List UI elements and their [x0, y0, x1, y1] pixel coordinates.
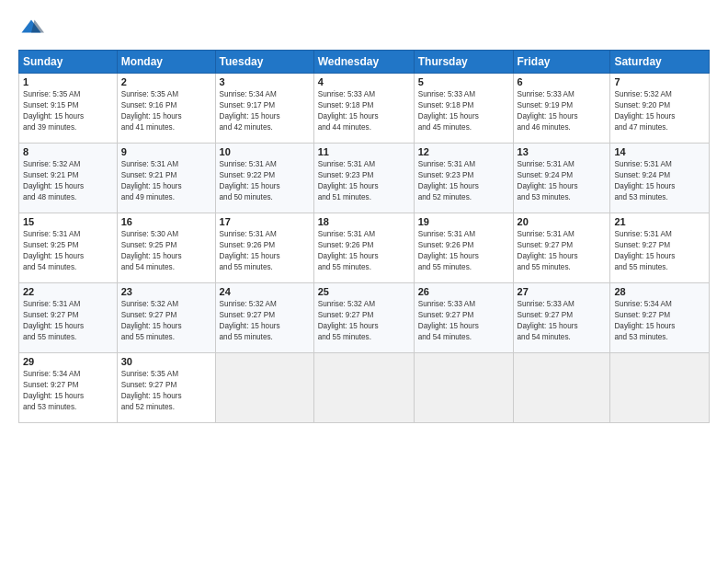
day-number: 8: [23, 146, 113, 157]
day-number: 20: [518, 216, 607, 227]
day-detail: Sunrise: 5:33 AMSunset: 9:27 PMDaylight:…: [518, 299, 607, 343]
header: [18, 17, 710, 42]
day-cell: 17Sunrise: 5:31 AMSunset: 9:26 PMDayligh…: [215, 213, 313, 283]
day-detail: Sunrise: 5:32 AMSunset: 9:20 PMDaylight:…: [614, 89, 705, 133]
week-row-4: 22Sunrise: 5:31 AMSunset: 9:27 PMDayligh…: [19, 283, 710, 353]
header-cell-saturday: Saturday: [610, 51, 710, 74]
day-detail: Sunrise: 5:34 AMSunset: 9:27 PMDaylight:…: [23, 369, 113, 413]
day-number: 28: [614, 286, 705, 297]
day-cell: 26Sunrise: 5:33 AMSunset: 9:27 PMDayligh…: [414, 283, 513, 353]
day-cell: 16Sunrise: 5:30 AMSunset: 9:25 PMDayligh…: [117, 213, 215, 283]
day-detail: Sunrise: 5:31 AMSunset: 9:24 PMDaylight:…: [614, 159, 705, 203]
day-cell: [215, 353, 313, 423]
day-detail: Sunrise: 5:31 AMSunset: 9:27 PMDaylight:…: [518, 229, 607, 273]
day-number: 27: [518, 286, 607, 297]
day-cell: 12Sunrise: 5:31 AMSunset: 9:23 PMDayligh…: [414, 144, 513, 213]
day-number: 17: [220, 216, 310, 227]
calendar-page: SundayMondayTuesdayWednesdayThursdayFrid…: [0, 0, 728, 563]
day-detail: Sunrise: 5:35 AMSunset: 9:16 PMDaylight:…: [121, 89, 211, 133]
day-number: 18: [318, 216, 410, 227]
day-cell: 15Sunrise: 5:31 AMSunset: 9:25 PMDayligh…: [19, 213, 118, 283]
day-detail: Sunrise: 5:33 AMSunset: 9:18 PMDaylight:…: [318, 89, 410, 133]
day-detail: Sunrise: 5:31 AMSunset: 9:27 PMDaylight:…: [614, 229, 705, 273]
header-cell-sunday: Sunday: [19, 51, 118, 74]
day-number: 7: [614, 76, 705, 87]
week-row-5: 29Sunrise: 5:34 AMSunset: 9:27 PMDayligh…: [19, 353, 710, 423]
day-cell: 14Sunrise: 5:31 AMSunset: 9:24 PMDayligh…: [610, 144, 710, 213]
day-cell: [414, 353, 513, 423]
day-number: 13: [518, 146, 607, 157]
day-cell: 10Sunrise: 5:31 AMSunset: 9:22 PMDayligh…: [215, 144, 313, 213]
day-cell: 23Sunrise: 5:32 AMSunset: 9:27 PMDayligh…: [117, 283, 215, 353]
day-number: 12: [418, 146, 509, 157]
header-cell-wednesday: Wednesday: [313, 51, 414, 74]
day-detail: Sunrise: 5:33 AMSunset: 9:18 PMDaylight:…: [418, 89, 509, 133]
day-number: 4: [318, 76, 410, 87]
day-cell: [513, 353, 610, 423]
day-detail: Sunrise: 5:31 AMSunset: 9:25 PMDaylight:…: [23, 229, 113, 273]
day-number: 3: [220, 76, 310, 87]
day-cell: [610, 353, 710, 423]
day-cell: 18Sunrise: 5:31 AMSunset: 9:26 PMDayligh…: [313, 213, 414, 283]
day-number: 29: [23, 356, 113, 367]
calendar-table: SundayMondayTuesdayWednesdayThursdayFrid…: [18, 50, 710, 423]
header-row: SundayMondayTuesdayWednesdayThursdayFrid…: [19, 51, 710, 74]
day-detail: Sunrise: 5:34 AMSunset: 9:27 PMDaylight:…: [614, 299, 705, 343]
day-number: 22: [23, 286, 113, 297]
logo: [18, 17, 48, 42]
day-detail: Sunrise: 5:31 AMSunset: 9:26 PMDaylight:…: [220, 229, 310, 273]
day-cell: 29Sunrise: 5:34 AMSunset: 9:27 PMDayligh…: [19, 353, 118, 423]
day-number: 6: [518, 76, 607, 87]
day-detail: Sunrise: 5:31 AMSunset: 9:24 PMDaylight:…: [518, 159, 607, 203]
day-cell: 11Sunrise: 5:31 AMSunset: 9:23 PMDayligh…: [313, 144, 414, 213]
day-cell: 13Sunrise: 5:31 AMSunset: 9:24 PMDayligh…: [513, 144, 610, 213]
day-detail: Sunrise: 5:32 AMSunset: 9:27 PMDaylight:…: [121, 299, 211, 343]
day-cell: 24Sunrise: 5:32 AMSunset: 9:27 PMDayligh…: [215, 283, 313, 353]
day-cell: 7Sunrise: 5:32 AMSunset: 9:20 PMDaylight…: [610, 74, 710, 144]
day-cell: 22Sunrise: 5:31 AMSunset: 9:27 PMDayligh…: [19, 283, 118, 353]
day-number: 5: [418, 76, 509, 87]
header-cell-thursday: Thursday: [414, 51, 513, 74]
day-number: 16: [121, 216, 211, 227]
svg-marker-1: [31, 20, 44, 33]
day-number: 25: [318, 286, 410, 297]
day-cell: 20Sunrise: 5:31 AMSunset: 9:27 PMDayligh…: [513, 213, 610, 283]
day-number: 19: [418, 216, 509, 227]
day-number: 2: [121, 76, 211, 87]
day-number: 14: [614, 146, 705, 157]
day-cell: 27Sunrise: 5:33 AMSunset: 9:27 PMDayligh…: [513, 283, 610, 353]
day-detail: Sunrise: 5:31 AMSunset: 9:26 PMDaylight:…: [418, 229, 509, 273]
day-number: 11: [318, 146, 410, 157]
day-detail: Sunrise: 5:33 AMSunset: 9:27 PMDaylight:…: [418, 299, 509, 343]
day-number: 1: [23, 76, 113, 87]
day-detail: Sunrise: 5:34 AMSunset: 9:17 PMDaylight:…: [220, 89, 310, 133]
day-cell: 6Sunrise: 5:33 AMSunset: 9:19 PMDaylight…: [513, 74, 610, 144]
day-cell: 3Sunrise: 5:34 AMSunset: 9:17 PMDaylight…: [215, 74, 313, 144]
week-row-1: 1Sunrise: 5:35 AMSunset: 9:15 PMDaylight…: [19, 74, 710, 144]
logo-icon: [18, 17, 44, 42]
day-cell: 1Sunrise: 5:35 AMSunset: 9:15 PMDaylight…: [19, 74, 118, 144]
day-number: 9: [121, 146, 211, 157]
day-cell: 25Sunrise: 5:32 AMSunset: 9:27 PMDayligh…: [313, 283, 414, 353]
week-row-2: 8Sunrise: 5:32 AMSunset: 9:21 PMDaylight…: [19, 144, 710, 213]
day-detail: Sunrise: 5:31 AMSunset: 9:27 PMDaylight:…: [23, 299, 113, 343]
day-cell: 9Sunrise: 5:31 AMSunset: 9:21 PMDaylight…: [117, 144, 215, 213]
day-detail: Sunrise: 5:31 AMSunset: 9:23 PMDaylight:…: [318, 159, 410, 203]
day-detail: Sunrise: 5:31 AMSunset: 9:26 PMDaylight:…: [318, 229, 410, 273]
day-cell: 21Sunrise: 5:31 AMSunset: 9:27 PMDayligh…: [610, 213, 710, 283]
day-detail: Sunrise: 5:35 AMSunset: 9:15 PMDaylight:…: [23, 89, 113, 133]
day-number: 15: [23, 216, 113, 227]
header-cell-friday: Friday: [513, 51, 610, 74]
day-detail: Sunrise: 5:32 AMSunset: 9:21 PMDaylight:…: [23, 159, 113, 203]
day-cell: 28Sunrise: 5:34 AMSunset: 9:27 PMDayligh…: [610, 283, 710, 353]
day-detail: Sunrise: 5:31 AMSunset: 9:23 PMDaylight:…: [418, 159, 509, 203]
day-cell: 8Sunrise: 5:32 AMSunset: 9:21 PMDaylight…: [19, 144, 118, 213]
day-number: 21: [614, 216, 705, 227]
day-cell: 4Sunrise: 5:33 AMSunset: 9:18 PMDaylight…: [313, 74, 414, 144]
day-detail: Sunrise: 5:33 AMSunset: 9:19 PMDaylight:…: [518, 89, 607, 133]
day-detail: Sunrise: 5:32 AMSunset: 9:27 PMDaylight:…: [220, 299, 310, 343]
header-cell-tuesday: Tuesday: [215, 51, 313, 74]
day-cell: 19Sunrise: 5:31 AMSunset: 9:26 PMDayligh…: [414, 213, 513, 283]
day-cell: 5Sunrise: 5:33 AMSunset: 9:18 PMDaylight…: [414, 74, 513, 144]
day-detail: Sunrise: 5:31 AMSunset: 9:22 PMDaylight:…: [220, 159, 310, 203]
